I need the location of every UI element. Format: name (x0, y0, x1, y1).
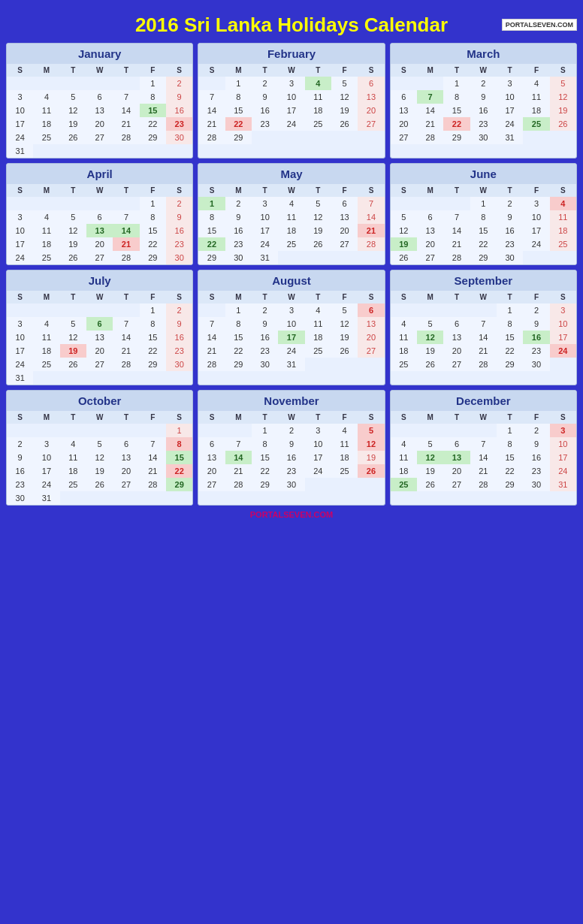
calendar-day: 12 (391, 224, 417, 237)
calendar-day: 20 (113, 464, 139, 478)
calendar-day: 29 (497, 358, 523, 371)
calendar-day: 20 (391, 117, 417, 131)
calendar-day: 12 (86, 451, 113, 464)
calendar-day: 17 (278, 331, 304, 344)
calendar-day: 8 (497, 317, 523, 331)
calendar-day: 14 (113, 331, 139, 344)
calendar-day: 27 (358, 344, 384, 358)
calendar-day: 4 (391, 317, 417, 331)
calendar-day: 7 (140, 437, 166, 451)
calendar-day: 28 (113, 251, 139, 264)
calendar-day: 1 (225, 77, 252, 90)
calendar-day: 25 (305, 117, 331, 131)
month-name: August (198, 270, 384, 291)
calendar-day (113, 491, 139, 505)
calendar-day: 27 (443, 478, 470, 491)
calendar-day: 21 (113, 237, 139, 251)
calendar-day: 30 (470, 131, 497, 144)
calendar-day (113, 371, 139, 385)
calendar-day: 23 (166, 344, 192, 358)
calendar-day: 26 (305, 237, 331, 251)
calendar-day: 14 (417, 104, 443, 117)
calendar-day: 18 (305, 331, 331, 344)
calendar-day: 16 (166, 224, 192, 237)
calendar-day (7, 197, 33, 210)
calendar-day: 17 (33, 464, 59, 478)
calendar-day: 11 (33, 224, 59, 237)
calendar-day (225, 424, 252, 437)
calendar-day: 3 (7, 210, 33, 224)
calendar-day: 29 (140, 131, 166, 144)
calendar-day: 18 (33, 117, 59, 131)
calendar-day: 16 (278, 451, 304, 464)
calendar-day: 13 (443, 331, 470, 344)
calendar-day (113, 424, 139, 437)
month-block-november: NovemberSMTWTFS1234567891011121314151617… (198, 390, 385, 506)
calendar-day: 4 (331, 424, 358, 437)
calendar-day: 30 (523, 358, 549, 371)
calendar-day: 18 (60, 464, 86, 478)
calendar-day: 21 (470, 464, 497, 478)
calendar-day: 22 (497, 344, 523, 358)
calendar-day (166, 371, 192, 385)
calendar-day: 15 (225, 104, 252, 117)
calendar-day: 8 (252, 437, 278, 451)
calendar-day: 15 (225, 331, 252, 344)
calendar-grid: JanuarySMTWTFS12345678910111213141516171… (6, 43, 577, 506)
calendar-day: 9 (470, 90, 497, 104)
calendar-day (331, 478, 358, 491)
calendar-day: 5 (86, 437, 113, 451)
calendar-day: 16 (166, 104, 192, 117)
calendar-day (86, 303, 113, 317)
calendar-day: 2 (278, 424, 304, 437)
calendar-day: 25 (305, 344, 331, 358)
calendar-day: 14 (113, 104, 139, 117)
calendar-day (305, 478, 331, 491)
calendar-day: 15 (443, 104, 470, 117)
calendar-day: 2 (166, 77, 192, 90)
calendar-day: 11 (391, 331, 417, 344)
calendar-day: 4 (33, 210, 59, 224)
calendar-day: 13 (113, 451, 139, 464)
calendar-day: 24 (7, 251, 33, 264)
calendar-day: 27 (86, 358, 113, 371)
calendar-day (391, 424, 417, 437)
calendar-day: 9 (523, 317, 549, 331)
calendar-day: 20 (86, 117, 113, 131)
calendar-day (550, 251, 576, 264)
calendar-day: 7 (113, 90, 139, 104)
calendar-day: 27 (358, 117, 384, 131)
calendar-day: 30 (166, 251, 192, 264)
calendar-day: 2 (523, 424, 549, 437)
calendar-day: 31 (7, 371, 33, 385)
calendar-day: 28 (225, 478, 252, 491)
calendar-day: 18 (391, 464, 417, 478)
calendar-day: 9 (225, 210, 252, 224)
calendar-day: 8 (166, 437, 192, 451)
calendar-day: 28 (113, 358, 139, 371)
calendar-day: 25 (33, 251, 59, 264)
month-block-march: MarchSMTWTFS1234567891011121314151617181… (390, 43, 577, 159)
calendar-day: 11 (278, 210, 304, 224)
calendar-day: 7 (358, 197, 384, 210)
calendar-day: 4 (305, 77, 331, 90)
calendar-day: 16 (470, 104, 497, 117)
calendar-day: 30 (166, 358, 192, 371)
calendar-day (358, 251, 384, 264)
calendar-day: 5 (60, 90, 86, 104)
calendar-day: 2 (252, 77, 278, 90)
calendar-day: 1 (470, 197, 497, 210)
calendar-day (60, 77, 86, 90)
calendar-day: 24 (7, 131, 33, 144)
calendar-day: 12 (550, 90, 576, 104)
calendar-day: 19 (417, 344, 443, 358)
month-block-february: FebruarySMTWTFS1234567891011121314151617… (198, 43, 385, 159)
calendar-day: 29 (497, 478, 523, 491)
month-name: September (391, 270, 576, 291)
calendar-day: 25 (60, 478, 86, 491)
calendar-day: 5 (60, 317, 86, 331)
month-name: November (198, 391, 384, 411)
calendar-day: 17 (550, 451, 576, 464)
calendar-day: 14 (198, 331, 225, 344)
calendar-day (443, 197, 470, 210)
